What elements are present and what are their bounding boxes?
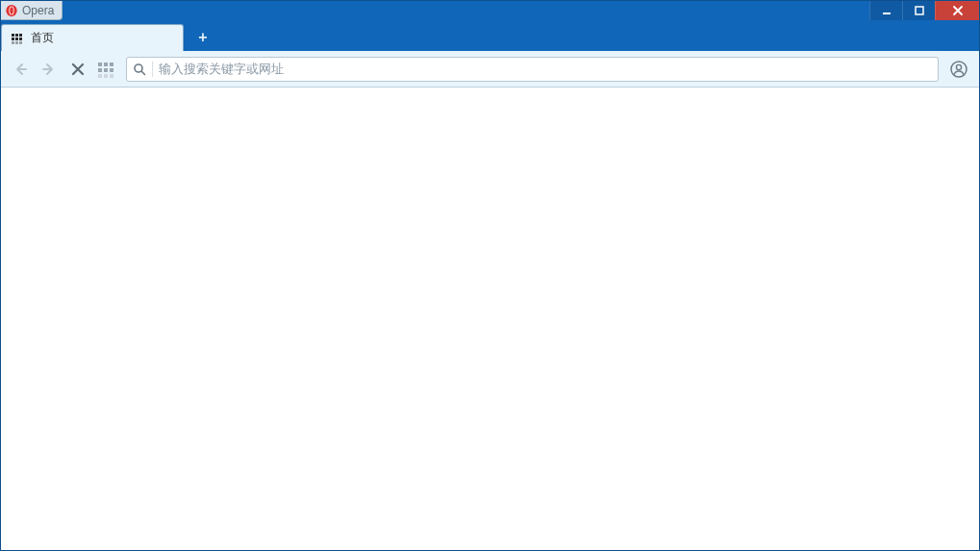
tab-label: 首页 — [31, 30, 54, 46]
tab-home[interactable]: 首页 — [1, 24, 184, 51]
opera-logo-icon — [5, 4, 18, 17]
speed-dial-button[interactable] — [97, 60, 116, 79]
close-icon — [951, 5, 965, 16]
minimize-button[interactable] — [869, 1, 902, 20]
grid-icon — [98, 63, 115, 76]
window-controls — [869, 1, 979, 22]
x-icon — [71, 63, 85, 76]
stop-reload-button[interactable] — [68, 60, 88, 79]
toolbar — [1, 51, 979, 88]
back-button[interactable] — [11, 60, 30, 79]
svg-rect-4 — [916, 7, 923, 14]
page-content — [1, 88, 979, 550]
app-menu-button[interactable]: Opera — [1, 1, 63, 20]
tab-strip: 首页 + — [1, 22, 979, 51]
close-button[interactable] — [935, 1, 979, 20]
svg-rect-3 — [883, 13, 891, 14]
address-input[interactable] — [159, 62, 932, 76]
search-icon — [133, 63, 146, 76]
maximize-icon — [914, 5, 925, 16]
forward-button[interactable] — [39, 60, 59, 79]
address-bar[interactable] — [126, 57, 939, 82]
svg-point-2 — [10, 7, 13, 13]
titlebar: Opera — [1, 1, 979, 22]
svg-line-6 — [141, 71, 145, 75]
svg-point-8 — [956, 64, 961, 69]
arrow-left-icon — [13, 62, 28, 77]
address-separator — [152, 62, 153, 77]
minimize-icon — [881, 5, 892, 16]
user-icon — [950, 61, 967, 78]
maximize-button[interactable] — [902, 1, 935, 20]
speed-dial-icon — [12, 34, 25, 43]
app-title: Opera — [22, 4, 54, 17]
profile-button[interactable] — [948, 59, 969, 80]
arrow-right-icon — [41, 62, 57, 77]
new-tab-button[interactable]: + — [189, 26, 216, 49]
plus-icon: + — [198, 30, 207, 45]
titlebar-drag-area[interactable] — [63, 1, 869, 22]
